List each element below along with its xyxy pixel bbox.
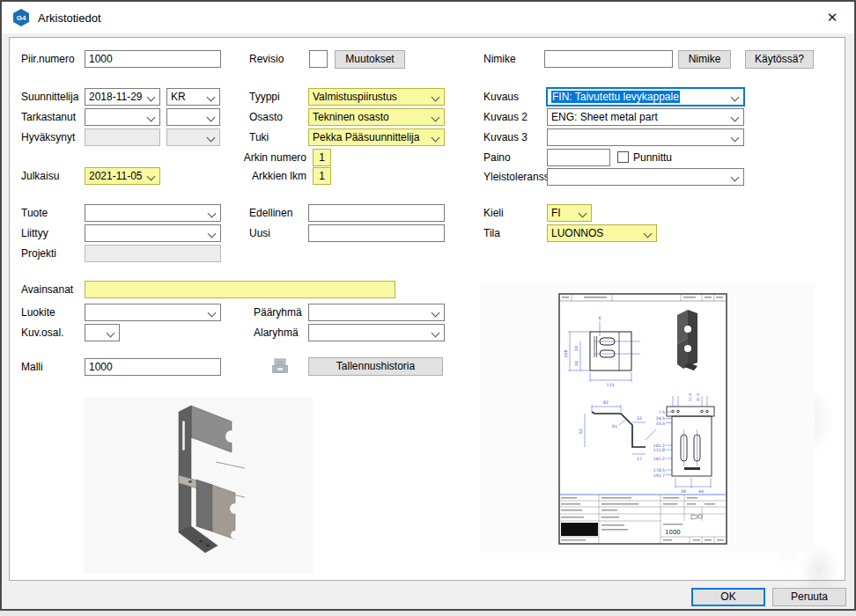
arkistotiedot-dialog: G4 Arkistotiedot ✕ xyxy=(0,0,856,611)
revisio-field[interactable] xyxy=(309,50,328,68)
suunnittelija-initials-value: KR xyxy=(171,91,186,103)
chevron-down-icon xyxy=(579,209,587,218)
tarkastanut-date-select[interactable] xyxy=(85,108,160,126)
chevron-down-icon xyxy=(207,134,216,143)
dimension-label: 44 xyxy=(698,489,704,494)
suunnittelija-date-select[interactable]: 2018-11-29 xyxy=(85,88,160,106)
muutokset-button[interactable]: Muutokset xyxy=(335,50,405,69)
osasto-select[interactable]: Tekninen osasto xyxy=(308,108,445,126)
edellinen-field[interactable] xyxy=(308,204,445,222)
tyyppi-value: Valmistuspiirustus xyxy=(313,91,397,103)
alaryhma-label: Alaryhmä xyxy=(254,324,299,341)
liittyy-select[interactable] xyxy=(85,224,221,242)
title-bar[interactable]: G4 Arkistotiedot ✕ xyxy=(2,2,854,33)
dimension-label: 141.2 xyxy=(653,457,665,461)
drawing-iso-view xyxy=(677,310,697,370)
projekti-label: Projekti xyxy=(21,245,56,262)
projekti-field xyxy=(85,245,221,262)
kaytossa-button[interactable]: Käytössä? xyxy=(745,50,814,69)
kuvaus-value: FIN: Taivutettu levykappale xyxy=(551,91,680,103)
paino-field[interactable] xyxy=(547,149,610,166)
chevron-down-icon xyxy=(731,93,740,102)
kuvaus3-select[interactable] xyxy=(547,128,744,146)
dimension-label: 115 xyxy=(607,383,615,387)
arkin-numero-field[interactable]: 1 xyxy=(313,149,331,166)
avainsanat-field[interactable] xyxy=(85,281,395,298)
suunnittelija-initials-select[interactable]: KR xyxy=(166,88,220,106)
dimension-label: 17 xyxy=(637,457,642,461)
punnittu-label: Punnittu xyxy=(633,149,672,166)
tuote-select[interactable] xyxy=(85,204,221,222)
chevron-down-icon xyxy=(731,173,740,182)
chevron-down-icon xyxy=(432,329,440,338)
chevron-down-icon xyxy=(731,114,740,122)
tila-label: Tila xyxy=(483,224,500,242)
malli-field[interactable]: 1000 xyxy=(85,358,221,376)
kieli-label: Kieli xyxy=(483,204,504,222)
peruuta-button[interactable]: Peruuta xyxy=(772,588,846,606)
printer-icon[interactable] xyxy=(269,356,291,378)
tuki-select[interactable]: Pekka Pääsuunnittelija xyxy=(308,128,445,146)
hyvaksynyt-label: Hyväksynyt xyxy=(21,128,75,146)
dimension-label: 32 xyxy=(637,416,642,421)
ok-button[interactable]: OK xyxy=(691,588,765,606)
chevron-down-icon xyxy=(432,134,440,143)
paaryhma-label: Pääryhmä xyxy=(254,304,302,321)
malli-label: Malli xyxy=(21,358,43,376)
luokite-label: Luokite xyxy=(21,304,55,321)
osasto-value: Tekninen osasto xyxy=(313,111,389,123)
tuki-value: Pekka Pääsuunnittelija xyxy=(313,131,419,143)
kuvaus-label: Kuvaus xyxy=(483,88,519,106)
yleistoleranssi-select[interactable] xyxy=(547,168,744,186)
arkkien-lkm-label: Arkkien lkm xyxy=(229,167,306,185)
tarkastanut-label: Tarkastanut xyxy=(21,108,76,126)
nimike-label: Nimike xyxy=(483,50,516,68)
alaryhma-select[interactable] xyxy=(308,324,445,341)
piir-numero-field[interactable]: 1000 xyxy=(85,50,221,68)
tila-select[interactable]: LUONNOS xyxy=(547,224,657,242)
sheet-metal-part-3d xyxy=(84,398,313,574)
julkaisu-label: Julkaisu xyxy=(21,167,59,185)
dimension-label: 24.5 xyxy=(656,416,665,421)
dimension-label: 21.4 xyxy=(688,393,692,401)
dimension-label: 178.5 xyxy=(653,468,665,473)
tuote-label: Tuote xyxy=(21,204,48,222)
tarkastanut-initials-select[interactable] xyxy=(166,108,220,126)
kuv-osal-select[interactable] xyxy=(85,324,120,341)
paaryhma-select[interactable] xyxy=(308,304,445,321)
chevron-down-icon xyxy=(208,209,217,218)
nimike-button[interactable]: Nimike xyxy=(678,50,731,69)
chevron-down-icon xyxy=(731,134,740,143)
tyyppi-select[interactable]: Valmistuspiirustus xyxy=(308,88,445,106)
luokite-select[interactable] xyxy=(85,304,221,321)
close-icon[interactable]: ✕ xyxy=(819,4,845,31)
chevron-down-icon xyxy=(432,93,440,102)
uusi-field[interactable] xyxy=(308,224,445,242)
hyvaksynyt-initials-select[interactable] xyxy=(166,128,220,146)
app-g4-icon: G4 xyxy=(12,9,30,26)
nimike-field[interactable] xyxy=(544,50,673,68)
dimension-label: 82 xyxy=(603,400,609,405)
kuv-osal-label: Kuv.osal. xyxy=(21,324,63,341)
chevron-down-icon xyxy=(208,230,217,238)
paino-label: Paino xyxy=(483,149,511,166)
punnittu-checkbox[interactable] xyxy=(617,151,629,163)
dimension-label: R1 xyxy=(612,424,617,429)
julkaisu-date-select[interactable]: 2021-11-05 xyxy=(85,167,160,185)
kuvaus2-label: Kuvaus 2 xyxy=(483,108,528,126)
chevron-down-icon xyxy=(207,114,216,122)
yleistoleranssi-label: Yleistoleranssi xyxy=(483,168,551,186)
dialog-title: Arkistotiedot xyxy=(38,11,101,25)
kuvaus-select[interactable]: FIN: Taivutettu levykappale xyxy=(547,88,744,106)
chevron-down-icon xyxy=(432,309,440,318)
arkkien-lkm-field[interactable]: 1 xyxy=(313,167,331,185)
edellinen-label: Edellinen xyxy=(249,204,292,222)
kuvaus2-select[interactable]: ENG: Sheet metal part xyxy=(547,108,744,126)
avainsanat-label: Avainsanat xyxy=(21,281,73,298)
tallennushistoria-button[interactable]: Tallennushistoria xyxy=(308,357,443,376)
tila-value: LUONNOS xyxy=(551,227,603,239)
tuki-label: Tuki xyxy=(249,128,269,146)
kuvaus3-label: Kuvaus 3 xyxy=(483,128,528,146)
chevron-down-icon xyxy=(432,114,440,122)
kieli-select[interactable]: FI xyxy=(547,204,592,222)
